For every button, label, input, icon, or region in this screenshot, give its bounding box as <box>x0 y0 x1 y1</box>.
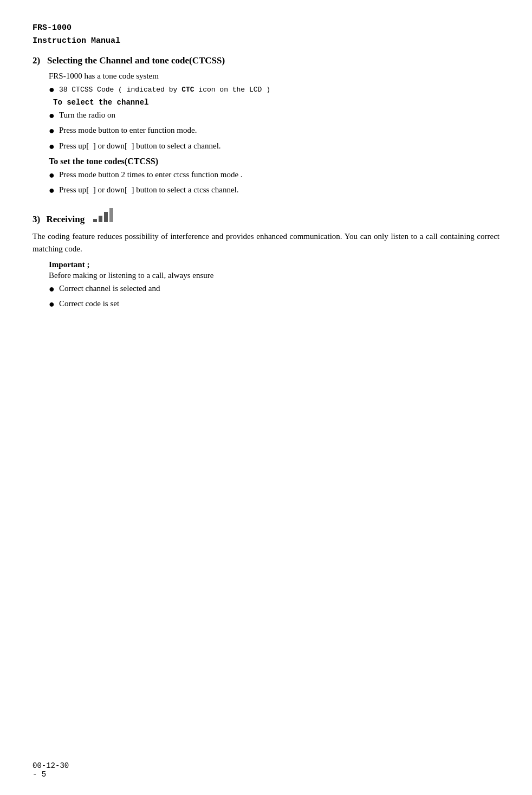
bullet-dot: ● <box>49 124 55 138</box>
header-line1: FRS-1000 <box>33 22 499 35</box>
bullet-dot: ● <box>49 282 55 296</box>
section3-title: Receiving <box>46 214 85 224</box>
svg-rect-1 <box>99 216 102 222</box>
important-bullet-1: ● Correct channel is selected and <box>49 282 499 296</box>
bullet-dot: ● <box>49 109 55 122</box>
ctcss-bullet-text: 38 CTCSS Code ( indicated by CTC icon on… <box>59 83 270 95</box>
ctc-bold-text: CTC <box>181 86 194 94</box>
set-tone-heading: To set the tone codes(CTCSS) <box>49 157 499 166</box>
section2-title: Selecting the Channel and tone code(CTCS… <box>47 55 225 66</box>
bullet-dot: ● <box>49 169 55 182</box>
bullet-dot: ● <box>49 140 55 153</box>
set-tone-bullet-1-text: Press mode button 2 times to enter ctcss… <box>59 169 243 181</box>
select-channel-label: To select the channel <box>53 98 499 107</box>
footer-line2: - 5 <box>33 770 69 779</box>
signal-bars-icon <box>93 207 113 222</box>
important-bullet-2: ● Correct code is set <box>49 298 499 311</box>
section2-intro: FRS-1000 has a tone code system <box>49 72 499 81</box>
svg-rect-0 <box>93 219 97 222</box>
ctcss-bullet-item: ● 38 CTCSS Code ( indicated by CTC icon … <box>49 83 499 96</box>
select-bullet-1: ● Turn the radio on <box>49 109 499 122</box>
set-tone-bullet-1: ● Press mode button 2 times to enter ctc… <box>49 169 499 182</box>
select-bullet-1-text: Turn the radio on <box>59 109 115 121</box>
bullet1-prefix: 38 CTCSS Code ( indicated by <box>59 86 181 94</box>
svg-rect-3 <box>109 208 113 222</box>
before-making-text: Before making or listening to a call, al… <box>49 271 499 280</box>
section2-number: 2) <box>33 55 40 66</box>
important-bullet-1-text: Correct channel is selected and <box>59 282 160 295</box>
footer-line1: 00-12-30 <box>33 761 69 770</box>
select-bullet-3-text: Press up[ ] or down[ ] button to select … <box>59 140 221 152</box>
footer-block: 00-12-30 - 5 <box>33 761 69 779</box>
section2-heading: 2) Selecting the Channel and tone code(C… <box>33 55 499 66</box>
section3-number: 3) <box>33 214 40 224</box>
section3-paragraph: The coding feature reduces possibility o… <box>33 230 499 256</box>
select-bullet-2: ● Press mode button to enter function mo… <box>49 124 499 138</box>
header-line2: Instruction Manual <box>33 35 499 48</box>
section3-heading-row: 3) Receiving <box>33 207 499 225</box>
svg-rect-2 <box>104 212 108 222</box>
set-tone-bullet-2-text: Press up[ ] or down[ ] button to select … <box>59 184 239 196</box>
bullet-dot: ● <box>49 83 55 96</box>
set-tone-bullet-2: ● Press up[ ] or down[ ] button to selec… <box>49 184 499 197</box>
select-bullet-2-text: Press mode button to enter function mode… <box>59 124 197 137</box>
bullet1-suffix: icon on the LCD ) <box>194 86 270 94</box>
important-bullet-2-text: Correct code is set <box>59 298 119 310</box>
select-bullet-3: ● Press up[ ] or down[ ] button to selec… <box>49 140 499 153</box>
bullet-dot: ● <box>49 298 55 311</box>
header-block: FRS-1000 Instruction Manual <box>33 22 499 48</box>
bullet-dot: ● <box>49 184 55 197</box>
important-label: Important ; <box>49 260 499 269</box>
